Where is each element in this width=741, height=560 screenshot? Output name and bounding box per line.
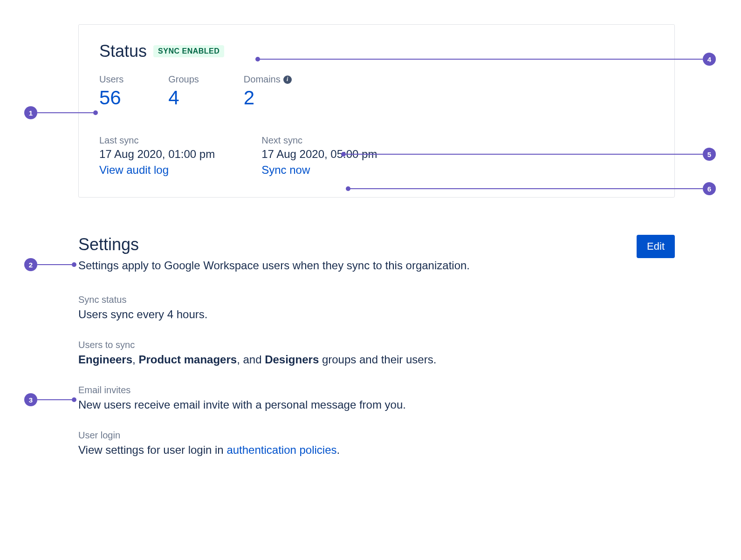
settings-section: Settings Edit Settings apply to Google W… xyxy=(78,235,675,457)
stat-domains-value: 2 xyxy=(244,87,292,109)
view-audit-log-link[interactable]: View audit log xyxy=(99,164,169,176)
callout-marker-2: 2 xyxy=(24,258,37,271)
callout-marker-3: 3 xyxy=(24,393,37,406)
callout-marker-6: 6 xyxy=(703,182,716,195)
status-title: Status xyxy=(99,41,147,61)
email-invites-value: New users receive email invite with a pe… xyxy=(78,398,675,411)
user-login-prefix: View settings for user login in xyxy=(78,444,226,456)
group-designers: Designers xyxy=(265,353,319,366)
group-engineers: Engineers xyxy=(78,353,132,366)
status-card: Status SYNC ENABLED Users 56 Groups 4 Do… xyxy=(78,24,675,198)
sync-enabled-badge: SYNC ENABLED xyxy=(153,45,224,57)
stat-groups[interactable]: Groups 4 xyxy=(168,74,199,109)
stat-groups-label: Groups xyxy=(168,74,199,85)
user-login-block: User login View settings for user login … xyxy=(78,430,675,457)
callout-dot-3 xyxy=(72,397,76,402)
callout-line-6 xyxy=(350,188,703,189)
stat-domains[interactable]: Domains i 2 xyxy=(244,74,292,109)
callout-line-4 xyxy=(259,59,703,60)
sync-now-link[interactable]: Sync now xyxy=(261,164,310,176)
callout-dot-6 xyxy=(346,186,350,191)
callout-marker-1: 1 xyxy=(24,106,37,119)
settings-title: Settings xyxy=(78,235,139,254)
stat-domains-label-text: Domains xyxy=(244,74,281,85)
info-icon[interactable]: i xyxy=(283,75,292,84)
callout-dot-2 xyxy=(72,262,76,267)
callout-line-1 xyxy=(37,112,93,113)
settings-description: Settings apply to Google Workspace users… xyxy=(78,259,675,272)
callout-marker-5: 5 xyxy=(703,148,716,161)
settings-header-row: Settings Edit xyxy=(78,235,675,259)
next-sync-label: Next sync xyxy=(261,135,377,146)
edit-button[interactable]: Edit xyxy=(637,235,675,258)
users-to-sync-block: Users to sync Engineers, Product manager… xyxy=(78,340,675,366)
sync-status-label: Sync status xyxy=(78,294,675,305)
users-to-sync-label: Users to sync xyxy=(78,340,675,350)
stat-domains-label: Domains i xyxy=(244,74,292,85)
sync-status-block: Sync status Users sync every 4 hours. xyxy=(78,294,675,321)
sep1: , xyxy=(132,353,138,366)
users-to-sync-value: Engineers, Product managers, and Designe… xyxy=(78,353,675,366)
email-invites-block: Email invites New users receive email in… xyxy=(78,385,675,411)
sync-status-value: Users sync every 4 hours. xyxy=(78,308,675,321)
stat-users-value: 56 xyxy=(99,87,124,109)
callout-dot-4 xyxy=(255,57,260,61)
stat-users[interactable]: Users 56 xyxy=(99,74,124,109)
stats-row: Users 56 Groups 4 Domains i 2 xyxy=(99,74,654,109)
users-to-sync-suffix: groups and their users. xyxy=(319,353,436,366)
next-sync-block: Next sync 17 Aug 2020, 05:00 pm Sync now xyxy=(261,135,377,177)
callout-line-2 xyxy=(37,264,72,265)
last-sync-value: 17 Aug 2020, 01:00 pm xyxy=(99,148,215,161)
sync-row: Last sync 17 Aug 2020, 01:00 pm View aud… xyxy=(99,135,654,177)
user-login-suffix: . xyxy=(337,444,340,456)
callout-dot-5 xyxy=(341,152,346,157)
callout-dot-1 xyxy=(93,110,98,115)
status-header: Status SYNC ENABLED xyxy=(99,41,654,61)
sep2: , and xyxy=(237,353,265,366)
callout-marker-4: 4 xyxy=(703,53,716,66)
authentication-policies-link[interactable]: authentication policies xyxy=(226,444,336,456)
callout-line-5 xyxy=(345,154,703,155)
group-product-managers: Product managers xyxy=(138,353,237,366)
user-login-label: User login xyxy=(78,430,675,441)
user-login-value: View settings for user login in authenti… xyxy=(78,444,675,457)
stat-users-label: Users xyxy=(99,74,124,85)
stat-groups-value: 4 xyxy=(168,87,199,109)
callout-line-3 xyxy=(37,399,72,400)
last-sync-label: Last sync xyxy=(99,135,215,146)
email-invites-label: Email invites xyxy=(78,385,675,396)
last-sync-block: Last sync 17 Aug 2020, 01:00 pm View aud… xyxy=(99,135,215,177)
